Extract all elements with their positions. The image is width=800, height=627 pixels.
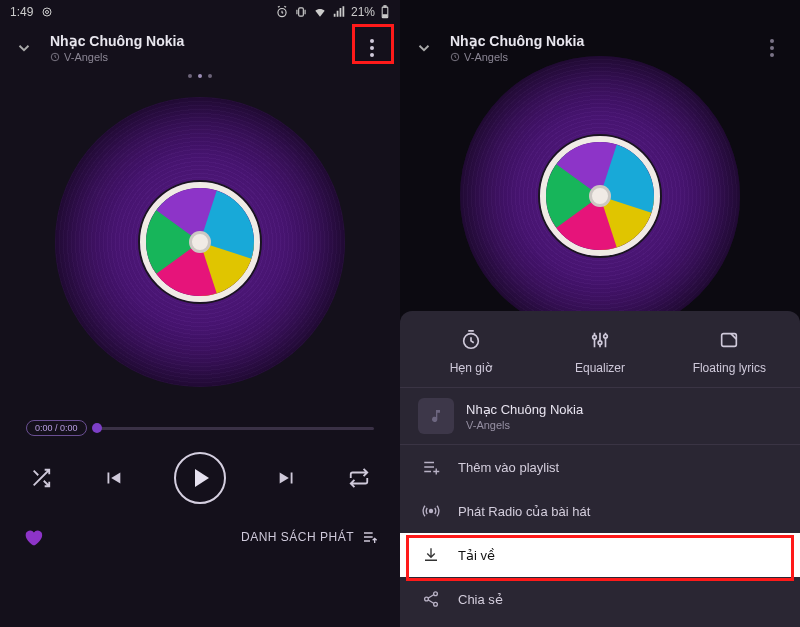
song-title: Nhạc Chuông Nokia [50, 33, 344, 49]
download-item[interactable]: Tải về [400, 533, 800, 577]
sheet-song-info: Nhạc Chuông Nokia V-Angels [400, 387, 800, 445]
playlist-add-icon [420, 458, 442, 476]
share-icon [420, 590, 442, 608]
vibrate-icon [294, 5, 308, 19]
floating-lyrics-icon [716, 327, 742, 353]
alarm-icon [275, 5, 289, 19]
wifi-icon [313, 5, 327, 19]
svg-rect-3 [299, 8, 304, 16]
equalizer-option[interactable]: Equalizer [536, 327, 664, 375]
previous-button[interactable] [102, 467, 124, 489]
page-indicator [0, 74, 400, 78]
now-playing-header: Nhạc Chuông Nokia V-Angels [0, 24, 400, 70]
album-art [400, 86, 800, 306]
play-icon [195, 469, 209, 487]
add-to-playlist-item[interactable]: Thêm vào playlist [400, 445, 800, 489]
radio-icon [420, 502, 442, 520]
queue-label: DANH SÁCH PHÁT [241, 530, 354, 544]
equalizer-label: Equalizer [575, 361, 625, 375]
album-art [0, 92, 400, 392]
timer-icon [458, 327, 484, 353]
svg-rect-5 [384, 6, 386, 7]
collapse-button[interactable] [10, 34, 38, 62]
playlist-icon [362, 529, 378, 545]
seek-bar[interactable] [97, 427, 374, 430]
more-vertical-icon [770, 39, 774, 57]
share-label: Chia sẻ [458, 592, 503, 607]
status-bar: 1:49 21% [0, 0, 400, 24]
play-radio-label: Phát Radio của bài hát [458, 504, 590, 519]
play-radio-item[interactable]: Phát Radio của bài hát [400, 489, 800, 533]
svg-rect-6 [383, 15, 387, 17]
add-playlist-label: Thêm vào playlist [458, 460, 559, 475]
repeat-button[interactable] [348, 467, 370, 489]
time-indicator: 0:00 / 0:00 [26, 420, 87, 436]
favorite-button[interactable] [22, 526, 44, 548]
svg-rect-13 [722, 334, 737, 347]
sheet-song-artist: V-Angels [466, 419, 583, 431]
more-options-button[interactable] [356, 32, 388, 64]
svg-point-1 [46, 11, 49, 14]
share-item[interactable]: Chia sẻ [400, 577, 800, 621]
song-thumbnail [418, 398, 454, 434]
sleep-timer-option[interactable]: Hẹn giờ [407, 327, 535, 375]
download-label: Tải về [458, 548, 495, 563]
battery-icon [380, 5, 390, 19]
battery-percent: 21% [351, 5, 375, 19]
floating-lyrics-label: Floating lyrics [693, 361, 766, 375]
song-title: Nhạc Chuông Nokia [450, 33, 744, 49]
signal-icon [332, 5, 346, 19]
play-button[interactable] [174, 452, 226, 504]
svg-point-11 [598, 341, 602, 345]
more-vertical-icon [370, 39, 374, 57]
options-sheet: Hẹn giờ Equalizer Floating lyrics Nhạc C… [400, 311, 800, 627]
status-time: 1:49 [10, 5, 33, 19]
download-icon [420, 546, 442, 564]
more-options-button[interactable] [756, 32, 788, 64]
svg-point-12 [604, 335, 608, 339]
equalizer-icon [587, 327, 613, 353]
sheet-song-title: Nhạc Chuông Nokia [466, 402, 583, 417]
shuffle-button[interactable] [30, 467, 52, 489]
svg-point-10 [593, 335, 597, 339]
svg-point-0 [43, 8, 51, 16]
song-artist: V-Angels [50, 51, 344, 63]
timer-label: Hẹn giờ [450, 361, 492, 375]
floating-lyrics-option[interactable]: Floating lyrics [665, 327, 793, 375]
svg-point-14 [430, 510, 433, 513]
queue-button[interactable]: DANH SÁCH PHÁT [241, 529, 378, 545]
next-button[interactable] [276, 467, 298, 489]
collapse-button[interactable] [410, 34, 438, 62]
target-icon [41, 6, 53, 18]
